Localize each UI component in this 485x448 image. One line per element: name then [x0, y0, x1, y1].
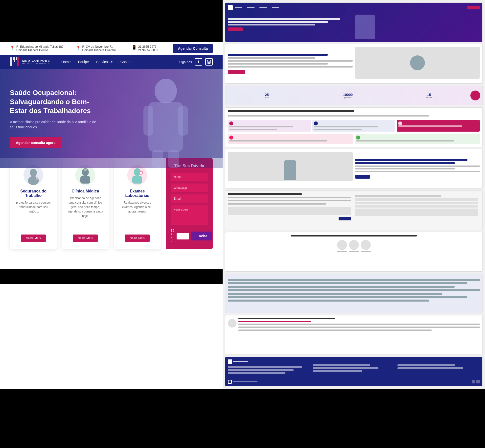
siga-nos-label: Siga-nos	[179, 60, 192, 64]
nav-equipe-link[interactable]: Equipe	[78, 60, 89, 64]
thumb-4-content	[225, 108, 482, 147]
card-desc-seguranca: proteção para sua equipe, tranquilidade …	[15, 200, 52, 231]
captcha-input[interactable]	[177, 233, 189, 239]
card-avatar-exames	[127, 165, 147, 185]
nav-contato-link[interactable]: Contato	[120, 60, 133, 64]
main-layout: 📍 R. Eduardina de Miranda Telles 189 Uni…	[0, 0, 485, 389]
nav-links: Home Equipe Serviços ▼ Contato	[61, 60, 133, 64]
address1-line1: R. Eduardina de Miranda Telles 189	[16, 45, 64, 48]
clinic-name: MED CORPORE	[22, 59, 51, 63]
contact-nome-input[interactable]	[171, 173, 208, 181]
hero-doctor-image	[129, 74, 203, 168]
address2-lines: R. XV de Novembro 71 Unidade Piabetá Gua…	[82, 45, 116, 52]
thumb-5-content	[225, 149, 482, 188]
mini-card-4	[228, 134, 353, 144]
contact-mensagem-input[interactable]	[171, 205, 208, 225]
thumbnail-1[interactable]	[225, 2, 483, 42]
thumb-8-content	[225, 274, 482, 313]
phone-icon: 📱	[132, 45, 137, 50]
clinic-sub: MEDICINA DO TRABALHO	[22, 63, 51, 65]
instagram-button[interactable]	[205, 58, 213, 66]
thumbnail-8[interactable]	[225, 274, 483, 313]
svg-rect-12	[178, 106, 188, 136]
svg-rect-14	[168, 150, 179, 168]
svg-rect-26	[132, 176, 142, 184]
servicos-dropdown-arrow: ▼	[111, 61, 113, 63]
thumb-7-content	[225, 232, 482, 271]
stat-3: 15 médicos	[389, 93, 468, 98]
card-btn-exames[interactable]: Saiba Mais	[125, 235, 149, 242]
logo-text: MED CORPORE MEDICINA DO TRABALHO	[22, 59, 51, 65]
logo-area: MED CORPORE MEDICINA DO TRABALHO	[10, 57, 51, 67]
nav-equipe[interactable]: Equipe	[78, 60, 89, 64]
svg-rect-10	[148, 102, 183, 152]
hero-content: Saúde Ocupacional: Salvaguardando o Bem-…	[0, 78, 111, 158]
address2-line2: Unidade Piabetá Guarani.	[82, 48, 116, 52]
mini-card-1	[228, 120, 311, 132]
pin-icon-1: 📍	[10, 46, 15, 50]
thumbnail-4[interactable]	[225, 107, 483, 147]
card-btn-seguranca[interactable]: Saiba Mais	[21, 235, 46, 242]
contact-form-card: Tire Sua Dúvida 15 + 5 = Enviar	[166, 158, 213, 249]
logo-icon	[10, 57, 20, 67]
agendar-consulta-button[interactable]: Agendar Consulta	[173, 44, 213, 53]
nav-servicos-link[interactable]: Serviços	[96, 60, 110, 64]
card-avatar-seguranca	[23, 165, 43, 185]
facebook-button[interactable]: f	[195, 58, 202, 66]
thumbnail-5[interactable]	[225, 149, 483, 189]
thumb-9-content	[225, 315, 482, 354]
svg-rect-3	[14, 57, 15, 62]
navbar: MED CORPORE MEDICINA DO TRABALHO Home Eq…	[0, 55, 223, 69]
thumbnail-10[interactable]	[225, 357, 483, 386]
svg-rect-4	[16, 57, 17, 60]
website-preview: 📍 R. Eduardina de Miranda Telles 189 Uni…	[0, 0, 223, 389]
contact-whatsapp-input[interactable]	[171, 184, 208, 192]
thumb-1-content	[225, 3, 482, 42]
svg-rect-29	[140, 172, 142, 173]
nav-home[interactable]: Home	[61, 60, 70, 64]
enviar-button[interactable]: Enviar	[191, 232, 212, 240]
svg-rect-19	[36, 177, 38, 180]
thumbnail-9[interactable]	[225, 315, 483, 355]
svg-point-9	[155, 79, 177, 103]
social-area: Siga-nos f	[179, 58, 213, 66]
nav-contato[interactable]: Contato	[120, 60, 133, 64]
thumbnail-6[interactable]	[225, 190, 483, 230]
captcha-row: 15 + 5 = Enviar	[171, 229, 208, 243]
card-desc-clinica: Precisando de agendar uma consulta com c…	[67, 196, 104, 231]
thumb-2-content	[225, 44, 482, 83]
black-bottom-area	[0, 269, 223, 284]
avatar-img-clinica	[75, 165, 95, 185]
thumb-3-content: 25 anos 10000 pacientes 15 médicos	[225, 86, 482, 105]
mini-card-5	[355, 134, 480, 144]
thumb-6-content	[225, 191, 482, 230]
thumbnail-3[interactable]: 25 anos 10000 pacientes 15 médicos	[225, 86, 483, 105]
contact-email-input[interactable]	[171, 194, 208, 203]
captcha-label: 15 + 5 =	[171, 229, 174, 243]
black-top-area	[0, 0, 223, 42]
mini-card-3	[397, 120, 480, 132]
nav-servicos[interactable]: Serviços ▼	[96, 60, 113, 64]
address2-info: 📍 R. XV de Novembro 71 Unidade Piabetá G…	[76, 45, 116, 52]
stat-2: 10000 pacientes	[308, 93, 388, 98]
svg-rect-22	[80, 176, 90, 184]
card-exames: Exames Laboratórias Realizamos diversos …	[114, 158, 161, 249]
card-avatar-clinica	[75, 165, 95, 185]
svg-rect-13	[152, 150, 163, 168]
svg-rect-6	[207, 60, 210, 63]
card-title-exames: Exames Laboratórias	[119, 189, 156, 198]
hero-section: Saúde Ocupacional: Salvaguardando o Bem-…	[0, 69, 223, 168]
cards-section: Segurança doTrabalho proteção para sua e…	[0, 158, 223, 259]
card-desc-exames: Realizamos diversos exames. Agende o seu…	[119, 200, 156, 231]
hero-cta-button[interactable]: Agendar consulta agora	[10, 137, 61, 148]
hero-title: Saúde Ocupacional: Salvaguardando o Bem-…	[10, 88, 101, 115]
nav-home-link[interactable]: Home	[61, 60, 70, 64]
svg-rect-5	[17, 57, 19, 66]
thumbnail-2[interactable]	[225, 44, 483, 84]
svg-rect-2	[13, 57, 14, 60]
phone2: 21 99852-0853	[138, 48, 158, 52]
thumbnail-7[interactable]	[225, 232, 483, 272]
top-bar: 📍 R. Eduardina de Miranda Telles 189 Uni…	[0, 42, 223, 55]
card-btn-clinica[interactable]: Saiba Mais	[73, 235, 97, 242]
instagram-icon	[207, 60, 211, 64]
